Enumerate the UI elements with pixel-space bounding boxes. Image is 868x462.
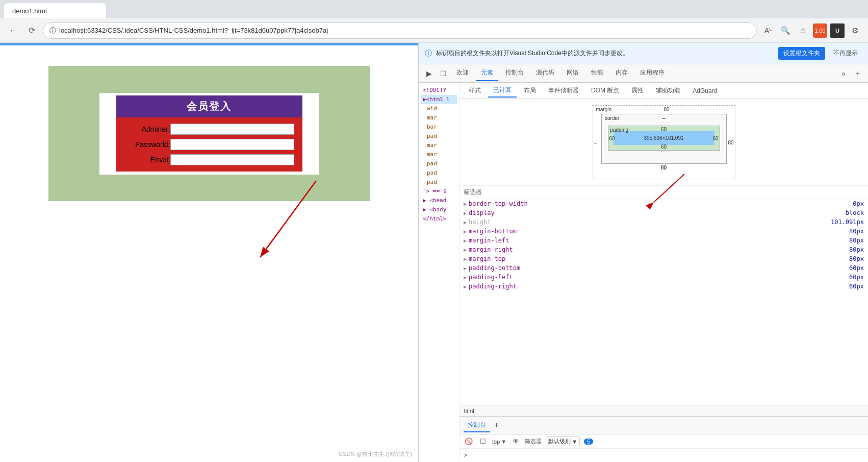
padding-top-value: 60: [661, 127, 667, 132]
prop-padding-right[interactable]: ▶ padding-right 60px: [459, 282, 868, 291]
url-text: localhost:63342/CSS/.idea/CSS/HTNL-CSS/d…: [59, 27, 328, 34]
console-bar: 控制台 +: [459, 416, 868, 434]
filter-input[interactable]: 筛选器: [525, 437, 542, 445]
tab-network[interactable]: 网络: [561, 65, 584, 81]
browser-tab[interactable]: demo1.html: [4, 3, 106, 18]
prop-padding-bottom[interactable]: ▶ padding-bottom 60px: [459, 263, 868, 273]
filter-label: 筛选器: [464, 188, 482, 196]
clear-console-button[interactable]: 🚫: [464, 436, 474, 447]
dom-attr-mar2: mar: [421, 141, 457, 150]
password-input[interactable]: [170, 139, 294, 150]
reload-button[interactable]: ⟳: [24, 23, 39, 38]
extension-icon[interactable]: 1.00: [813, 23, 827, 38]
add-tab-button[interactable]: +: [852, 67, 864, 80]
prop-name: padding-right: [469, 283, 849, 290]
settings-icon[interactable]: ⚙: [848, 23, 862, 38]
set-root-button[interactable]: 设置根文件夹: [778, 47, 825, 60]
prop-name: display: [469, 209, 846, 216]
main-content: 会员登入 Adminer: Passwörld:: [0, 43, 868, 462]
dom-tree: <!DOCTY ▶<html l wid mar bor pad mar mar…: [419, 83, 459, 462]
default-level-label: 默认级别: [548, 437, 571, 445]
console-prompt[interactable]: >: [459, 449, 868, 462]
eye-icon[interactable]: 👁: [510, 436, 521, 447]
tab-memory[interactable]: 内存: [610, 65, 633, 81]
prop-value: block: [846, 209, 864, 216]
computed-props-list: ▶ border-top-width 0px ▶ display block ▶…: [459, 199, 868, 405]
dom-eq: "> == $: [421, 187, 457, 196]
console-badge: 5: [584, 439, 593, 445]
prop-name: margin-bottom: [469, 228, 849, 235]
search-icon[interactable]: 🔍: [778, 23, 793, 38]
border-bottom-value: –: [608, 152, 720, 157]
profile-icon[interactable]: U: [830, 23, 845, 38]
tab-bar: demo1.html: [0, 0, 868, 18]
prop-height[interactable]: ▶ height 101.091px: [459, 217, 868, 227]
sub-tab-properties[interactable]: 属性: [626, 84, 649, 97]
email-row: Email:: [124, 154, 294, 165]
prop-margin-bottom[interactable]: ▶ margin-bottom 80px: [459, 227, 868, 236]
border-box: border – padding 60 60 60: [601, 114, 727, 164]
green-background-box: 会员登入 Adminer: Passwörld:: [48, 66, 370, 201]
email-input[interactable]: [170, 154, 294, 165]
sub-tab-events[interactable]: 事件侦听器: [543, 84, 584, 97]
more-tabs-button[interactable]: »: [837, 67, 850, 80]
address-bar: ← ⟳ ⓘ localhost:63342/CSS/.idea/CSS/HTNL…: [0, 18, 868, 43]
browser-window: demo1.html ← ⟳ ⓘ localhost:63342/CSS/.id…: [0, 0, 868, 462]
border-top-value: –: [662, 115, 666, 121]
filter-toggle-icon[interactable]: ☐: [478, 436, 488, 447]
prop-margin-left[interactable]: ▶ margin-left 80px: [459, 236, 868, 245]
devtools-body: <!DOCTY ▶<html l wid mar bor pad mar mar…: [419, 83, 868, 462]
sub-tab-layout[interactable]: 布局: [519, 84, 541, 97]
prop-arrow-icon: ▶: [464, 229, 467, 234]
white-inner-box: 会员登入 Adminer: Passwörld:: [99, 93, 319, 175]
prop-arrow-icon: ▶: [464, 256, 467, 262]
top-dropdown[interactable]: top ▼: [492, 439, 506, 445]
padding-bottom-value: 60: [661, 144, 667, 150]
tab-welcome[interactable]: 欢迎: [451, 65, 474, 81]
adminer-input[interactable]: [170, 124, 294, 135]
dismiss-button[interactable]: 不再显示: [829, 47, 862, 60]
dom-doctype: <!DOCTY: [421, 86, 457, 95]
sub-tab-computed[interactable]: 已计算: [488, 84, 517, 98]
tab-console[interactable]: 控制台: [500, 65, 529, 81]
dom-html[interactable]: ▶<html l: [421, 95, 457, 104]
margin-left-value: –: [594, 139, 597, 145]
mobile-icon-button[interactable]: ☐: [437, 67, 449, 80]
font-size-icon[interactable]: Aᴸ: [761, 23, 775, 38]
tab-performance[interactable]: 性能: [586, 65, 608, 81]
prop-padding-left[interactable]: ▶ padding-left 60px: [459, 273, 868, 282]
tab-sources[interactable]: 源代码: [531, 65, 559, 81]
breadcrumb-html[interactable]: html: [464, 408, 474, 414]
padding-label: padding: [610, 127, 629, 133]
dom-attr-wid: wid: [421, 104, 457, 113]
margin-box: margin 80 – 80 border –: [593, 105, 735, 179]
devtools-banner: ⓘ 标识项目的根文件夹以打开Visual Studio Code中的源文件并同步…: [419, 43, 868, 64]
dom-html-close: </html>: [421, 214, 457, 224]
url-box[interactable]: ⓘ localhost:63342/CSS/.idea/CSS/HTNL-CSS…: [43, 22, 757, 39]
devtools-breadcrumb: html: [459, 405, 868, 416]
tab-application[interactable]: 应用程序: [635, 65, 670, 81]
add-console-tab-button[interactable]: +: [494, 421, 499, 430]
sub-tab-adguard[interactable]: AdGuard: [687, 85, 722, 96]
console-tab[interactable]: 控制台: [464, 419, 490, 432]
dom-head[interactable]: ▶ <head: [421, 196, 457, 205]
page-content: 会员登入 Adminer: Passwörld:: [0, 45, 418, 462]
inspect-icon-button[interactable]: ▶: [423, 67, 435, 80]
dom-attr-pad4: pad: [421, 178, 457, 187]
prop-margin-right[interactable]: ▶ margin-right 80px: [459, 245, 868, 254]
sub-tab-styles[interactable]: 样式: [464, 84, 486, 97]
tab-elements[interactable]: 元素: [476, 65, 498, 81]
prop-margin-top[interactable]: ▶ margin-top 80px: [459, 254, 868, 263]
prop-arrow-icon: ▶: [464, 210, 467, 216]
default-level-dropdown[interactable]: 默认级别 ▼: [546, 436, 580, 446]
sub-tab-dom-breakpoints[interactable]: DOM 断点: [586, 84, 624, 97]
prop-name: padding-bottom: [469, 264, 849, 272]
favorites-icon[interactable]: ☆: [796, 23, 810, 38]
prop-name: height: [469, 218, 831, 226]
back-button[interactable]: ←: [6, 23, 20, 38]
dom-body[interactable]: ▶ <body: [421, 205, 457, 214]
sub-tab-accessibility[interactable]: 辅助功能: [651, 84, 685, 97]
devtools-main-tabs: ▶ ☐ 欢迎 元素 控制台 源代码 网络 性能 内存 应用程序 » +: [419, 64, 868, 83]
margin-label: margin: [596, 107, 612, 112]
prop-value: 101.091px: [831, 218, 864, 226]
